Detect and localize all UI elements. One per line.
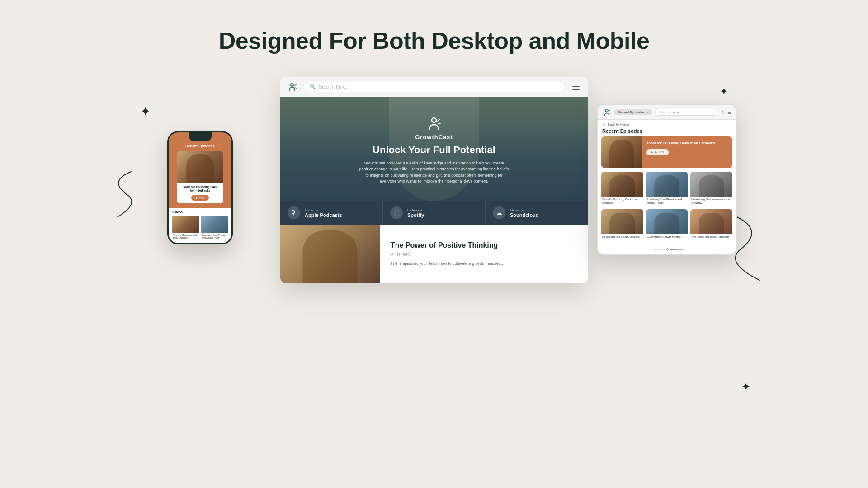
apple-podcasts-label: Apple Podcasts [305, 212, 342, 218]
listen-on-label-2: Listen on [407, 208, 424, 212]
star-decoration-4: ✦ [741, 380, 750, 393]
tablet-featured-title: Tools for Bouncing Back from Setbacks [646, 141, 728, 145]
platform-spotify[interactable]: 🎵 Listen on Spotify [383, 201, 486, 225]
tablet-featured-episode[interactable]: Tools for Bouncing Back from Setbacks ▶ … [601, 136, 732, 168]
mobile-episode-info: Tools for Bouncing Back from Setbacks ▶ … [177, 183, 223, 203]
tablet-episode-item-2[interactable]: Prioritizing Your Physical and Mental He… [646, 172, 688, 206]
platform-apple-text: Listen on Apple Podcasts [305, 208, 342, 218]
tablet-menu-icon[interactable]: ☰ [727, 110, 731, 115]
featured-video-title: The Power of Positive Thinking [391, 241, 577, 249]
platform-soundcloud[interactable]: ☁ Listen on Soundcloud [486, 201, 588, 225]
tablet-episode-label-6: The Power of Positive Thinking [690, 234, 732, 240]
listen-on-label-3: Listen on [510, 208, 539, 212]
tablet-search-chip[interactable]: Recent Episodes × [614, 109, 652, 115]
desktop-video-info: The Power of Positive Thinking ⏱ 15 sec … [380, 225, 588, 283]
star-decoration-2: ✦ [720, 86, 728, 98]
clock-icon: ⏱ [391, 252, 395, 257]
desktop-search-bar[interactable]: 🔍 Search here... [303, 82, 565, 92]
platform-soundcloud-text: Listen on Soundcloud [510, 208, 539, 218]
svg-point-0 [291, 84, 293, 86]
tablet-episode-item-5[interactable]: Cultivating a Growth Mindset [646, 209, 688, 240]
mobile-section-title: Recent Episodes [173, 144, 227, 148]
tablet-episode-label-2: Prioritizing Your Physical and Mental He… [646, 197, 688, 206]
tablet-play-button[interactable]: ▶ ▶ Play [646, 149, 669, 155]
mobile-videos-section: Videos Tools for Bouncing Back from Setb… [169, 208, 231, 243]
tablet-episode-item-3[interactable]: Developing Self-Awareness and Empathy [690, 172, 732, 206]
chip-close-icon: × [646, 110, 649, 114]
desktop-search-placeholder: Search here... [319, 84, 350, 89]
mobile-video-item-2[interactable]: Prioritizing Your Physical and Mental He… [201, 216, 228, 240]
hero-title: Unlock Your Full Potential [357, 144, 511, 156]
mobile-play-button[interactable]: ▶ Play [191, 195, 209, 201]
mobile-video-label-1: Tools for Bouncing Back from Setbacks [172, 233, 199, 240]
tablet-play-label: ▶ Play [655, 150, 664, 154]
tablet-logo [602, 108, 611, 117]
mobile-notch [189, 132, 212, 141]
tablet-episode-thumb-1 [601, 172, 643, 197]
tablet-episode-label-4: Navigating Life's Big Questions [601, 234, 643, 240]
tablet-refresh-icon[interactable]: ↻ [721, 110, 725, 115]
svg-point-2 [605, 109, 608, 112]
squiggle-left [104, 167, 140, 221]
hero-description: GrowthCast provides a wealth of knowledg… [357, 160, 511, 185]
searchie-logo: ⬡ SEARCHIE [666, 248, 684, 251]
apple-podcasts-icon: 🎙 [288, 206, 300, 219]
tablet-browser-bar: Recent Episodes × Search here... ↻ ☰ [598, 105, 736, 120]
tablet-episode-thumb-3 [690, 172, 732, 197]
tablet-episode-label-3: Developing Self-Awareness and Empathy [690, 197, 732, 206]
tablet-episode-label-1: Tools for Bouncing Back from Setbacks [601, 197, 643, 206]
tablet-footer: Powered by ⬡ SEARCHIE [598, 244, 736, 254]
mobile-video-item-1[interactable]: Tools for Bouncing Back from Setbacks [172, 216, 199, 240]
star-decoration-1: ✦ [140, 104, 151, 119]
mobile-header: Recent Episodes Tools for Bouncing Back … [169, 141, 231, 208]
desktop-mockup: 🔍 Search here... [280, 77, 588, 283]
hero-content: GrowthCast Unlock Your Full Potential Gr… [321, 114, 547, 185]
tablet-episode-thumb-5 [646, 209, 688, 234]
hero-brand: GrowthCast [357, 134, 511, 141]
back-arrow-icon: ← [602, 122, 606, 127]
chip-text: Recent Episodes [618, 110, 645, 114]
tablet-featured-thumbnail [601, 136, 642, 168]
mobile-episode-card: Tools for Bouncing Back from Setbacks ▶ … [177, 151, 223, 203]
mobile-video-label-2: Prioritizing Your Physical and Mental He… [201, 233, 228, 240]
desktop-browser-bar: 🔍 Search here... [280, 77, 588, 97]
tablet-search-input[interactable]: Search here... [655, 109, 718, 116]
play-icon: ▶ [196, 196, 198, 199]
mobile-episode-thumbnail [177, 151, 223, 183]
platforms-strip: 🎙 Listen on Apple Podcasts 🎵 Listen on S… [280, 201, 588, 225]
tablet-episode-thumb-6 [690, 209, 732, 234]
mobile-mockup: Recent Episodes Tools for Bouncing Back … [167, 131, 233, 244]
soundcloud-label: Soundcloud [510, 212, 539, 218]
devices-container: ✦ ✦ ✦ ✦ 🔍 [185, 77, 683, 438]
tablet-section-title: Recent Episodes [598, 127, 736, 136]
tablet-episode-item-6[interactable]: The Power of Positive Thinking [690, 209, 732, 240]
hero-logo-icon [425, 114, 443, 132]
featured-video-duration: ⏱ 15 sec [391, 252, 577, 257]
tablet-episode-item-1[interactable]: Tools for Bouncing Back from Setbacks [601, 172, 643, 206]
desktop-logo-icon [286, 80, 298, 93]
platform-spotify-text: Listen on Spotify [407, 208, 424, 218]
mobile-video-thumb-2 [201, 216, 228, 233]
desktop-menu-button[interactable] [570, 80, 582, 93]
tablet-episode-item-4[interactable]: Navigating Life's Big Questions [601, 209, 643, 240]
mobile-play-label: Play [199, 196, 205, 199]
tablet-episode-label-5: Cultivating a Growth Mindset [646, 234, 688, 240]
tablet-back-link[interactable]: ← Back to Home [598, 120, 736, 127]
desktop-video-section: The Power of Positive Thinking ⏱ 15 sec … [280, 225, 588, 283]
spotify-icon: 🎵 [390, 206, 403, 219]
listen-on-label-1: Listen on [305, 208, 342, 212]
play-icon: ▶ [651, 150, 653, 154]
tablet-featured-info: Tools for Bouncing Back from Setbacks ▶ … [642, 136, 732, 168]
tablet-mockup: Recent Episodes × Search here... ↻ ☰ ← B… [597, 104, 737, 255]
tablet-search-placeholder: Search here... [659, 110, 682, 114]
platform-apple-podcasts[interactable]: 🎙 Listen on Apple Podcasts [280, 201, 383, 225]
mobile-video-thumb-1 [172, 216, 199, 233]
mobile-video-grid: Tools for Bouncing Back from Setbacks Pr… [172, 216, 228, 240]
tablet-episode-grid: Tools for Bouncing Back from Setbacks Pr… [598, 172, 736, 244]
svg-point-1 [432, 118, 436, 122]
mobile-videos-title: Videos [172, 211, 228, 214]
tablet-episode-thumb-2 [646, 172, 688, 197]
page-wrapper: Designed For Both Desktop and Mobile ✦ ✦… [0, 0, 868, 488]
desktop-hero: GrowthCast Unlock Your Full Potential Gr… [280, 97, 588, 201]
soundcloud-icon: ☁ [493, 206, 505, 219]
